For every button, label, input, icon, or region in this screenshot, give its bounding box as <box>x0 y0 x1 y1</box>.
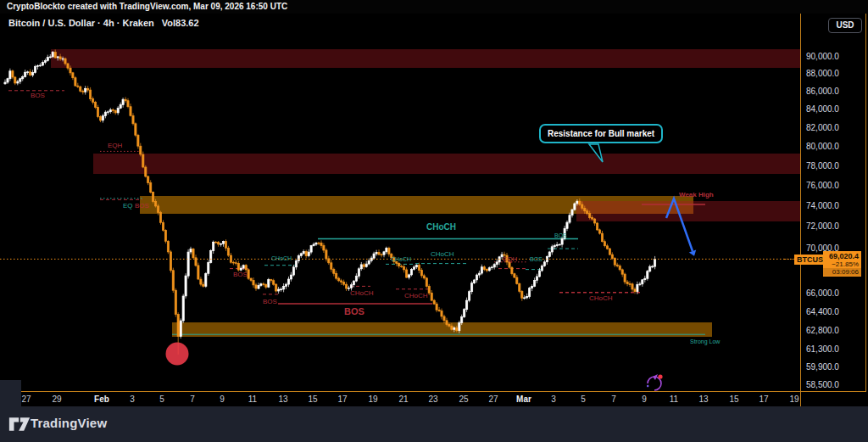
credit-bar: CryptoBlockto created with TradingView.c… <box>0 0 868 14</box>
symbol-title[interactable]: Bitcoin / U.S. Dollar · 4h · Kraken <box>8 18 154 28</box>
right-edge-border <box>865 14 866 391</box>
chart-legend[interactable]: Bitcoin / U.S. Dollar · 4h · KrakenVol83… <box>8 18 199 28</box>
last-price-label: 69,020.4 −21.85% 03:09:06 <box>823 251 861 277</box>
volume-label: Vol <box>162 18 175 28</box>
resistance-callout[interactable]: Resistance for Bull market <box>539 124 663 143</box>
bottom-left-notch <box>0 380 21 407</box>
currency-toggle-button[interactable]: USD <box>828 18 862 33</box>
boost-reaction-icon <box>647 374 663 390</box>
tradingview-chart-page: BOSEQHEQBOSCHoCHBOSCHoCHCHoCHCHoCHEQHBOS… <box>0 0 868 442</box>
tradingview-logo-icon[interactable] <box>8 417 31 432</box>
footer-bar: TradingView <box>0 406 868 442</box>
time-axis-border <box>0 391 866 392</box>
bar-countdown: 03:09:06 <box>823 268 861 276</box>
price-change-percent: −21.85% <box>826 260 859 268</box>
candlestick-chart[interactable] <box>0 0 868 442</box>
price-leader-dots <box>784 259 794 260</box>
tradingview-wordmark[interactable]: TradingView <box>31 416 107 430</box>
volume-value: 83.62 <box>175 18 199 28</box>
last-price-value: 69,020.4 <box>826 252 859 260</box>
price-axis-border <box>800 14 801 406</box>
